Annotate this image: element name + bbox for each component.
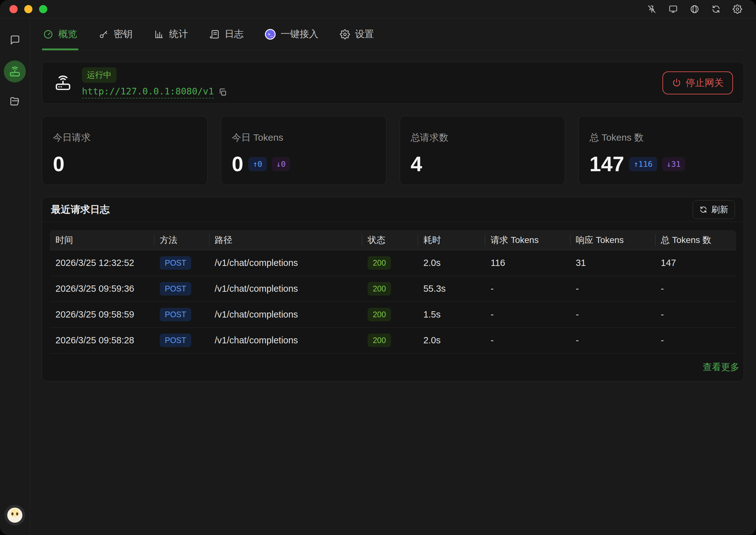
stat-card-today-requests: 今日请求 0	[42, 116, 208, 185]
cell-time: 2026/3/25 12:32:52	[50, 258, 154, 268]
stat-value: 4	[411, 154, 422, 174]
col-total-tokens: 总 Tokens 数	[655, 230, 736, 250]
status-badge: 200	[368, 308, 391, 321]
tokens-up-badge: ↑116	[629, 157, 657, 171]
stat-label: 今日 Tokens	[232, 131, 376, 144]
cell-total-tokens: -	[655, 284, 736, 294]
gauge-icon	[43, 29, 53, 39]
user-avatar[interactable]	[4, 505, 25, 525]
cell-path: /v1/chat/completions	[209, 335, 362, 346]
col-path: 路径	[209, 230, 362, 250]
status-badge: 200	[368, 334, 391, 347]
monitor-icon[interactable]	[668, 4, 678, 14]
method-badge: POST	[160, 282, 191, 296]
tab-label: 日志	[225, 28, 244, 41]
gateway-url-link[interactable]: http://127.0.0.1:8080/v1	[82, 86, 214, 99]
key-icon	[99, 29, 109, 39]
traffic-lights	[10, 5, 47, 13]
router-icon	[9, 66, 21, 77]
pin-off-icon[interactable]	[647, 4, 656, 14]
copy-icon[interactable]	[218, 88, 227, 97]
sidebar-item-gateway-active[interactable]	[4, 60, 26, 82]
col-req-tokens: 请求 Tokens	[485, 230, 570, 250]
table-row: 2026/3/25 09:58:28 POST /v1/chat/complet…	[50, 327, 736, 353]
cell-time: 2026/3/25 09:58:28	[50, 335, 154, 346]
sidebar-item-files[interactable]	[10, 96, 20, 108]
log-rows: 2026/3/25 12:32:52 POST /v1/chat/complet…	[50, 250, 736, 353]
tab-label: 统计	[169, 28, 188, 41]
router-icon	[54, 74, 72, 92]
cell-duration: 1.5s	[418, 309, 485, 320]
log-table-header: 时间 方法 路径 状态 耗时 请求 Tokens 响应 Tokens 总 Tok…	[50, 230, 736, 250]
cell-path: /v1/chat/completions	[209, 258, 362, 268]
tab-overview[interactable]: 概览	[42, 18, 78, 50]
cell-time: 2026/3/25 09:59:36	[50, 284, 154, 294]
status-badge: 200	[368, 256, 391, 270]
tab-label: 设置	[355, 28, 374, 41]
cell-res-tokens: 31	[570, 258, 655, 268]
close-button[interactable]	[10, 5, 18, 13]
main-content: 概览 密钥 统计	[30, 18, 756, 535]
app-window: 概览 密钥 统计	[0, 0, 756, 535]
globe-icon[interactable]	[690, 4, 699, 14]
stop-gateway-label: 停止网关	[686, 76, 724, 89]
table-row: 2026/3/25 12:32:52 POST /v1/chat/complet…	[50, 250, 736, 276]
cell-path: /v1/chat/completions	[209, 284, 362, 294]
tab-quick-connect[interactable]: >_ 一键接入	[264, 18, 320, 50]
cell-duration: 2.0s	[418, 335, 485, 346]
status-badge: 运行中	[82, 67, 117, 83]
cell-res-tokens: -	[570, 335, 655, 346]
stat-value: 147	[590, 154, 624, 174]
cell-total-tokens: 147	[655, 258, 736, 268]
sidebar-item-chat[interactable]	[10, 35, 20, 46]
sheep-face-avatar	[7, 508, 22, 523]
stat-cards: 今日请求 0 今日 Tokens 0 ↑0 ↓0 总请求数	[42, 116, 744, 185]
gear-icon[interactable]	[733, 4, 742, 14]
status-badge: 200	[368, 282, 391, 296]
col-status: 状态	[362, 230, 417, 250]
bar-chart-icon	[154, 29, 164, 39]
method-badge: POST	[160, 308, 191, 321]
col-res-tokens: 响应 Tokens	[570, 230, 655, 250]
method-badge: POST	[160, 334, 191, 347]
col-time: 时间	[50, 230, 154, 250]
stop-gateway-button[interactable]: 停止网关	[662, 71, 733, 95]
refresh-button[interactable]: 刷新	[693, 200, 735, 219]
stat-card-today-tokens: 今日 Tokens 0 ↑0 ↓0	[221, 116, 386, 185]
stat-value: 0	[53, 154, 65, 174]
minimize-button[interactable]	[24, 5, 32, 13]
stat-card-total-tokens: 总 Tokens 数 147 ↑116 ↓31	[578, 116, 744, 185]
folder-open-icon	[10, 96, 20, 107]
tab-keys[interactable]: 密钥	[97, 18, 134, 50]
power-icon	[672, 78, 681, 88]
cell-req-tokens: -	[485, 335, 570, 346]
table-row: 2026/3/25 09:59:36 POST /v1/chat/complet…	[50, 276, 736, 302]
refresh-label: 刷新	[711, 204, 728, 215]
sidebar	[0, 18, 30, 535]
view-more-link[interactable]: 查看更多	[703, 361, 739, 374]
table-row: 2026/3/25 09:58:59 POST /v1/chat/complet…	[50, 302, 736, 327]
cell-res-tokens: -	[570, 309, 655, 320]
cell-req-tokens: -	[485, 284, 570, 294]
tab-settings[interactable]: 设置	[339, 18, 375, 50]
cell-res-tokens: -	[570, 284, 655, 294]
tab-stats[interactable]: 统计	[153, 18, 189, 50]
stat-label: 总请求数	[411, 131, 555, 144]
cell-req-tokens: -	[485, 309, 570, 320]
tab-bar: 概览 密钥 统计	[42, 18, 744, 50]
cell-duration: 2.0s	[418, 258, 485, 268]
tokens-up-badge: ↑0	[248, 157, 266, 171]
zoom-button[interactable]	[39, 5, 47, 13]
tab-label: 密钥	[114, 28, 133, 41]
col-method: 方法	[154, 230, 209, 250]
scroll-icon	[209, 29, 220, 39]
stat-value: 0	[232, 154, 244, 174]
cell-total-tokens: -	[655, 309, 736, 320]
titlebar	[0, 0, 756, 18]
refresh-icon[interactable]	[711, 4, 721, 14]
tab-logs[interactable]: 日志	[208, 18, 245, 50]
tab-label: 概览	[58, 28, 77, 41]
cell-duration: 55.3s	[418, 284, 485, 294]
cell-path: /v1/chat/completions	[209, 309, 362, 320]
tokens-down-badge: ↓31	[662, 157, 685, 171]
